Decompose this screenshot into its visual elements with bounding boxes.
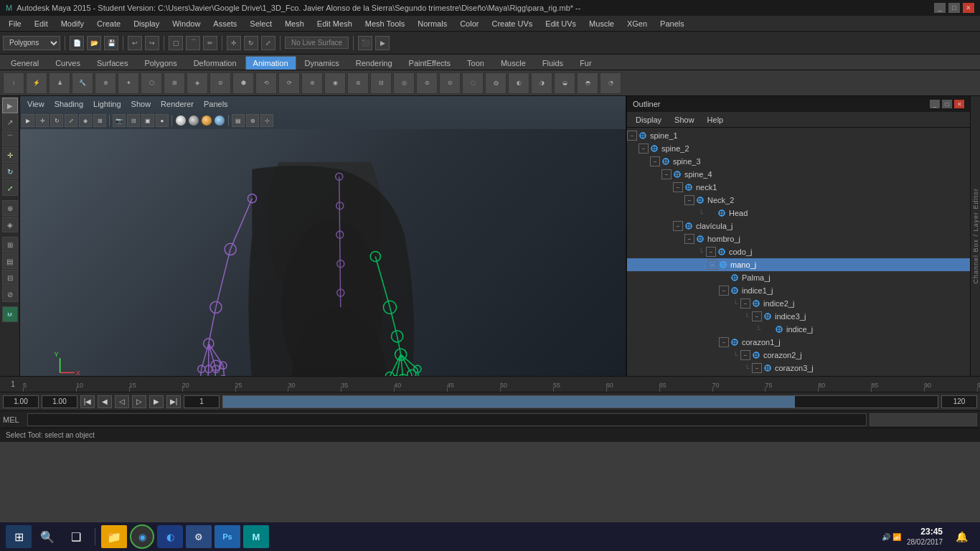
outliner-menu-help[interactable]: Help <box>702 114 730 126</box>
select-tool-button[interactable]: ▶ <box>2 98 18 113</box>
vp-scale-btn[interactable]: ⤢ <box>65 114 77 127</box>
shelf-icon-6[interactable]: ✦ <box>118 72 139 94</box>
shelf-icon-22[interactable]: ◍ <box>485 72 507 94</box>
menu-panels[interactable]: Panels <box>654 18 690 29</box>
scale-button[interactable]: ⤢ <box>261 36 275 50</box>
menu-window[interactable]: Window <box>166 18 206 29</box>
shelf-icon-2[interactable]: ⚡ <box>26 72 47 94</box>
select-button[interactable]: ▢ <box>169 36 183 50</box>
shelf-tab-fur[interactable]: Fur <box>572 56 600 70</box>
browser-button[interactable]: ◐ <box>157 525 183 548</box>
mode-select[interactable]: Polygons <box>3 36 60 50</box>
shelf-tab-fluids[interactable]: Fluids <box>534 56 571 70</box>
lasso-button[interactable]: ⌒ <box>186 36 200 50</box>
vp-cam-btn[interactable]: 📷 <box>113 114 126 127</box>
play-range-bar[interactable] <box>222 395 938 408</box>
shelf-tab-rendering[interactable]: Rendering <box>348 56 400 70</box>
lasso-tool-button[interactable]: ⌒ <box>2 131 18 146</box>
outliner-menu-display[interactable]: Display <box>630 114 667 126</box>
vp-rotate-btn[interactable]: ↻ <box>50 114 63 127</box>
shelf-icon-15[interactable]: ◉ <box>324 72 346 94</box>
vp-select-btn[interactable]: ▶ <box>22 114 34 127</box>
play-forward-button[interactable]: ▷ <box>132 395 146 408</box>
save-scene-button[interactable]: 💾 <box>104 36 118 50</box>
tree-item-spine_2[interactable]: − spine_2 <box>627 142 970 155</box>
channel-box-strip[interactable]: Channel Box / Layer Editor <box>970 96 980 376</box>
rotate-tool-button[interactable]: ↻ <box>2 164 18 179</box>
vp-snap3-btn[interactable]: ⊛ <box>246 114 259 127</box>
step-back-button[interactable]: ◀ <box>98 395 112 408</box>
tree-expand-toggle[interactable]: − <box>752 311 762 321</box>
grid-button[interactable]: ⊟ <box>2 270 18 286</box>
tree-item-Neck_2[interactable]: − Neck_2 <box>627 194 970 207</box>
shelf-tab-toon[interactable]: Toon <box>459 56 492 70</box>
light-sphere-3[interactable] <box>202 116 212 126</box>
vp-menu-renderer[interactable]: Renderer <box>156 98 198 110</box>
shelf-tab-painteffects[interactable]: PaintEffects <box>401 56 459 70</box>
start-button[interactable]: ⊞ <box>6 525 32 548</box>
menu-create-uvs[interactable]: Create UVs <box>486 18 538 29</box>
tree-expand-toggle[interactable]: − <box>740 350 750 360</box>
vp-menu-shading[interactable]: Shading <box>50 98 88 110</box>
menu-color[interactable]: Color <box>454 18 484 29</box>
play-back-button[interactable]: ◁ <box>115 395 129 408</box>
tree-item-spine_3[interactable]: − spine_3 <box>627 155 970 168</box>
tree-expand-toggle[interactable]: − <box>740 298 750 309</box>
maya-logo-button[interactable]: M <box>2 306 18 322</box>
current-frame-field[interactable]: 1.00 <box>42 395 77 408</box>
shelf-icon-3[interactable]: ♟ <box>49 72 70 94</box>
shelf-icon-20[interactable]: ⊝ <box>439 72 461 94</box>
scale-tool-button[interactable]: ⤢ <box>2 180 18 196</box>
tree-item-indice2_j[interactable]: └− indice2_j <box>627 297 970 310</box>
outliner-minimize-btn[interactable]: _ <box>930 100 940 108</box>
notifications-button[interactable]: 🔔 <box>948 525 974 548</box>
move-button[interactable]: ✛ <box>227 36 241 50</box>
mel-input[interactable] <box>27 413 867 426</box>
redo-button[interactable]: ↪ <box>145 36 159 50</box>
tree-expand-toggle[interactable]: − <box>707 260 717 270</box>
vp-snap2-btn[interactable]: ⊞ <box>93 114 106 127</box>
minimize-button[interactable]: _ <box>934 3 946 13</box>
tree-item-indice_j[interactable]: └ indice_j <box>627 323 970 336</box>
outliner-tree[interactable]: − spine_1− spine_2− spine_3− spine_4− ne… <box>627 128 970 376</box>
app4-button[interactable]: ⚙ <box>186 525 212 548</box>
shelf-icon-14[interactable]: ⊛ <box>301 72 323 94</box>
shelf-tab-curves[interactable]: Curves <box>47 56 88 70</box>
tree-item-corazon3_j[interactable]: └− corazon3_j <box>627 362 970 375</box>
tree-item-corazon1_j[interactable]: − corazon1_j <box>627 336 970 349</box>
shelf-icon-9[interactable]: ◈ <box>187 72 208 94</box>
outliner-close-btn[interactable]: ✕ <box>954 100 964 108</box>
tree-item-neck1[interactable]: − neck1 <box>627 181 970 194</box>
tree-item-spine_1[interactable]: − spine_1 <box>627 129 970 142</box>
shelf-tab-polygons[interactable]: Polygons <box>136 56 184 70</box>
shelf-icon-25[interactable]: ◒ <box>554 72 575 94</box>
vp-res-btn[interactable]: ▤ <box>232 114 245 127</box>
menu-normals[interactable]: Normals <box>412 18 453 29</box>
tree-expand-toggle[interactable]: − <box>684 234 694 244</box>
tree-item-indice3_j[interactable]: └− indice3_j <box>627 310 970 323</box>
cluster-button[interactable]: ◈ <box>2 217 18 232</box>
shelf-tab-general[interactable]: General <box>3 56 47 70</box>
tree-expand-toggle[interactable]: − <box>639 143 649 154</box>
shelf-icon-13[interactable]: ⟳ <box>278 72 300 94</box>
select-tool-2-button[interactable]: ↗ <box>2 114 18 130</box>
timeline-ruler[interactable]: 1 5101520253035404550556065707580859095 <box>0 376 980 392</box>
tree-item-codo_j[interactable]: └− codo_j <box>627 245 970 258</box>
vp-menu-panels[interactable]: Panels <box>199 98 232 110</box>
shelf-icon-12[interactable]: ⟲ <box>255 72 277 94</box>
end-frame-field[interactable]: 120 <box>941 395 977 408</box>
shelf-icon-19[interactable]: ⊜ <box>416 72 438 94</box>
shelf-icon-1[interactable]: ↕ <box>3 72 24 94</box>
maximize-button[interactable]: □ <box>948 3 960 13</box>
render-button[interactable]: ⬛ <box>358 36 372 50</box>
tree-expand-toggle[interactable]: − <box>684 195 694 205</box>
tree-expand-toggle[interactable]: − <box>661 169 672 179</box>
shelf-icon-16[interactable]: ⊚ <box>347 72 369 94</box>
menu-xgen[interactable]: XGen <box>621 18 653 29</box>
photoshop-button[interactable]: Ps <box>215 525 240 548</box>
ipr-button[interactable]: ▶ <box>375 36 390 50</box>
tree-item-Palma_j[interactable]: Palma_j <box>627 271 970 284</box>
tree-expand-toggle[interactable]: − <box>627 131 637 141</box>
shelf-tab-muscle[interactable]: Muscle <box>493 56 534 70</box>
shelf-tab-surfaces[interactable]: Surfaces <box>89 56 136 70</box>
